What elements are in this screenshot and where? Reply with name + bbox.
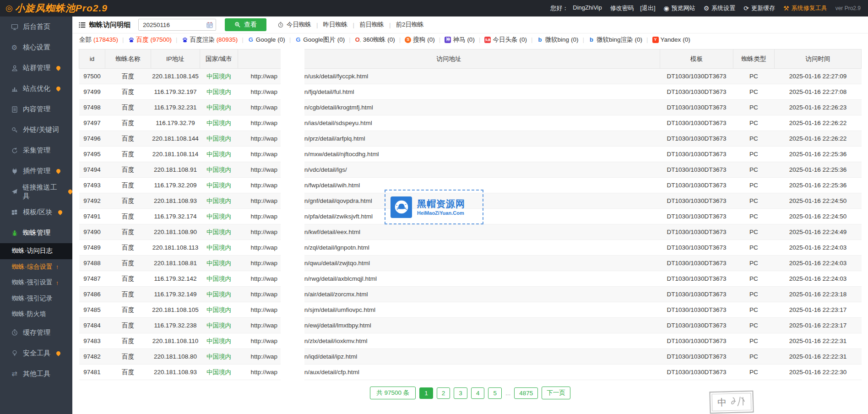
cell-spider-name: 百度 bbox=[105, 365, 151, 380]
page-button-2[interactable]: 2 bbox=[437, 387, 450, 399]
cell-visit-time: 2025-01-16 22:24:03 bbox=[775, 256, 862, 271]
cell-ip: 220.181.108.144 bbox=[151, 131, 200, 147]
filter-微软bing[interactable]: b微软bing(0) bbox=[537, 36, 578, 44]
calendar-icon[interactable] bbox=[206, 22, 213, 28]
repair-tool-link[interactable]: ⚒系统修复工具 bbox=[783, 4, 827, 12]
column-header: 蜘蛛类型 bbox=[733, 49, 775, 69]
filter-Yandex[interactable]: YYandex(0) bbox=[652, 36, 690, 43]
sidebar-subitem[interactable]: 蜘蛛·强引记录 bbox=[0, 291, 72, 307]
cell-country: 中国境内 bbox=[200, 271, 238, 287]
cell-template: DT1030/1030DT3673 bbox=[660, 240, 733, 256]
cell-country: 中国境内 bbox=[200, 240, 238, 256]
sidebar-subitem[interactable]: 蜘蛛·综合设置↑ bbox=[0, 259, 72, 275]
page-button-last[interactable]: 4875 bbox=[514, 387, 538, 399]
toutiao-icon: 头条 bbox=[484, 37, 491, 43]
cell-visit-time: 2025-01-16 22:26:22 bbox=[775, 131, 862, 147]
page-button-5[interactable]: 5 bbox=[488, 387, 502, 399]
quick-links: 今日蜘蛛|昨日蜘蛛|前日蜘蛛|前2日蜘蛛 bbox=[277, 21, 424, 29]
sidebar-subitem[interactable]: 蜘蛛·防火墙 bbox=[0, 306, 72, 322]
cell-ip: 220.181.108.145 bbox=[151, 69, 200, 84]
watermark-title: 黑帽资源网 bbox=[417, 199, 465, 209]
filter-360蜘蛛[interactable]: O,360蜘蛛(0) bbox=[355, 36, 395, 44]
sidebar-item[interactable]: 后台首页 bbox=[0, 16, 72, 37]
preview-site-link[interactable]: ◉预览网站 bbox=[664, 4, 695, 12]
filter-百度[interactable]: 百度(97500) bbox=[128, 36, 172, 44]
column-header: 国家/城市 bbox=[200, 49, 238, 69]
cell-visit-time: 2025-01-16 22:22:31 bbox=[775, 333, 862, 349]
logout-link[interactable]: [退出] bbox=[640, 4, 655, 12]
quick-link[interactable]: 前日蜘蛛 bbox=[359, 21, 384, 29]
sidebar-item[interactable]: 站群管理 bbox=[0, 58, 72, 78]
table-row: 97489百度220.181.108.113中国境内http://wapcn/z… bbox=[79, 240, 862, 256]
sidebar-item[interactable]: 外链/关键词 bbox=[0, 120, 72, 140]
toolbar: 蜘蛛访问明细 查看 今日蜘蛛|昨日蜘蛛|前日蜘蛛|前2日蜘蛛 bbox=[72, 16, 868, 33]
cell-spider-type: PC bbox=[733, 287, 775, 302]
sidebar-item[interactable]: 缓存管理 bbox=[0, 322, 72, 343]
page-ellipsis: ... bbox=[505, 390, 510, 397]
cell-template: DT1030/1030DT3673 bbox=[660, 302, 733, 318]
sidebar-item[interactable]: 插件管理 bbox=[0, 161, 72, 181]
cell-id: 97495 bbox=[79, 147, 105, 162]
sidebar-subitem[interactable]: 蜘蛛·强引设置↑ bbox=[0, 275, 72, 291]
sidebar-item[interactable]: 模板/区块 bbox=[0, 202, 72, 223]
filter-全部[interactable]: 全部(178435) bbox=[79, 36, 118, 44]
send-icon bbox=[11, 188, 18, 195]
cell-country: 中国境内 bbox=[200, 178, 238, 193]
sidebar-item[interactable]: ⚙核心设置 bbox=[0, 37, 72, 58]
quick-link[interactable]: 今日蜘蛛 bbox=[277, 21, 311, 29]
filter-Google[interactable]: GGoogle(0) bbox=[248, 36, 285, 43]
sidebar-item[interactable]: 链接推送工具 bbox=[0, 181, 72, 202]
cell-spider-type: PC bbox=[733, 193, 775, 209]
column-header: 访问时间 bbox=[775, 49, 862, 69]
sidebar-item[interactable]: 采集管理 bbox=[0, 140, 72, 161]
cell-id: 97498 bbox=[79, 100, 105, 115]
update-cache-link[interactable]: ⟳更新缓存 bbox=[743, 4, 775, 12]
cell-ip: 116.179.32.149 bbox=[151, 287, 200, 302]
cell-id: 97486 bbox=[79, 287, 105, 302]
table-row: 97490百度220.181.108.90中国境内http://wapcn/kw… bbox=[79, 224, 862, 240]
cell-spider-type: PC bbox=[733, 147, 775, 162]
quick-link[interactable]: 昨日蜘蛛 bbox=[323, 21, 348, 29]
sidebar-subitem[interactable]: 蜘蛛·访问日志 bbox=[0, 243, 72, 259]
sidebar-item[interactable]: 安全工具 bbox=[0, 343, 72, 364]
shenma-icon: 神 bbox=[445, 37, 451, 43]
next-page-button[interactable]: 下一页 bbox=[542, 387, 570, 399]
grid-icon bbox=[11, 209, 18, 216]
seal-stamp: 中 bbox=[709, 391, 754, 414]
filter-微软bing渲染[interactable]: b微软bing渲染(0) bbox=[588, 36, 642, 44]
pin-icon bbox=[55, 65, 61, 71]
sidebar-item[interactable]: 蜘蛛管理 bbox=[0, 223, 72, 243]
cell-country: 中国境内 bbox=[200, 84, 238, 100]
cell-template: DT1030/1030DT3673 bbox=[660, 115, 733, 131]
date-input[interactable] bbox=[140, 22, 206, 28]
filter-搜狗[interactable]: S搜狗(0) bbox=[405, 36, 435, 44]
cell-country: 中国境内 bbox=[200, 302, 238, 318]
cell-spider-type: PC bbox=[733, 209, 775, 224]
view-button[interactable]: 查看 bbox=[225, 18, 266, 31]
sidebar-item[interactable]: ⇄其他工具 bbox=[0, 364, 72, 384]
page-button-3[interactable]: 3 bbox=[454, 387, 467, 399]
page-button-4[interactable]: 4 bbox=[471, 387, 485, 399]
cell-template: DT1030/1030DT3673 bbox=[660, 147, 733, 162]
system-settings-link[interactable]: ⚙系统设置 bbox=[704, 4, 736, 12]
pin-icon bbox=[55, 86, 61, 92]
table-row: 97485百度220.181.108.105中国境内http://wapcn/s… bbox=[79, 302, 862, 318]
sidebar-item[interactable]: 内容管理 bbox=[0, 99, 72, 120]
cell-ip: 116.179.32.142 bbox=[151, 271, 200, 287]
table-header-row: id蜘蛛名称IP地址国家/城市访问地址模板蜘蛛类型访问时间 bbox=[79, 49, 862, 69]
cell-spider-name: 百度 bbox=[105, 147, 151, 162]
cell-spider-type: PC bbox=[733, 333, 775, 349]
magnifier-plus-icon bbox=[234, 22, 241, 28]
filter-今日头条[interactable]: 头条今日头条(0) bbox=[484, 36, 527, 44]
page-button-1[interactable]: 1 bbox=[419, 387, 433, 399]
quick-link[interactable]: 前2日蜘蛛 bbox=[396, 21, 424, 29]
cell-template: DT1030/1030DT3673 bbox=[660, 318, 733, 333]
sidebar-item[interactable]: 站点优化 bbox=[0, 78, 72, 99]
filter-神马[interactable]: 神神马(0) bbox=[445, 36, 475, 44]
filter-百度渲染[interactable]: 百度渲染(80935) bbox=[182, 36, 238, 44]
cell-country: 中国境内 bbox=[200, 162, 238, 178]
change-password-link[interactable]: 修改密码 [退出] bbox=[610, 4, 656, 12]
filter-Google图片[interactable]: GGoogle图片(0) bbox=[295, 36, 345, 44]
cell-ip: 220.181.108.80 bbox=[151, 349, 200, 365]
cell-spider-name: 百度 bbox=[105, 224, 151, 240]
